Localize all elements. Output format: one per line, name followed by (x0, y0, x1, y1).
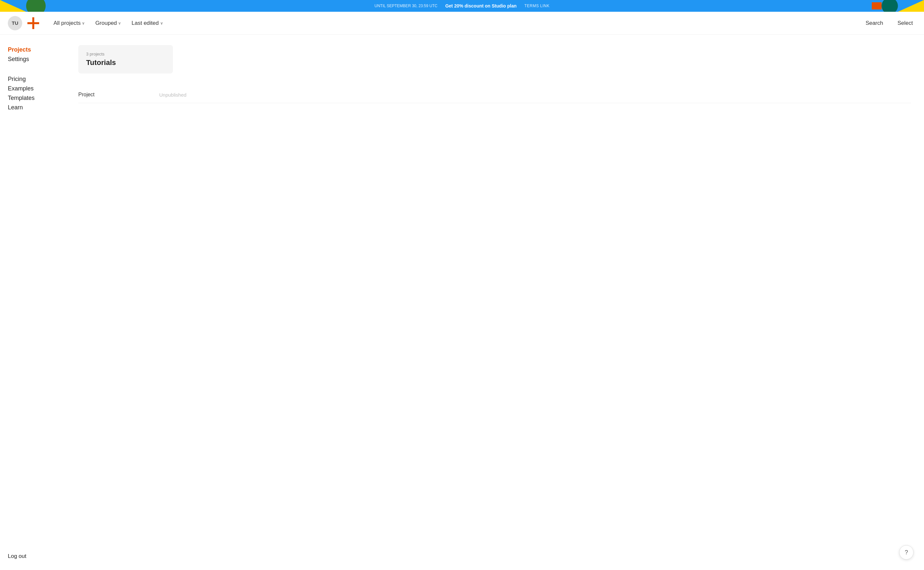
sidebar-item-learn[interactable]: Learn (8, 103, 57, 112)
main-content: 3 projects Tutorials Project Unpublished (65, 35, 924, 570)
banner-content: UNTIL SEPTEMBER 30, 23:59 UTC Get 20% di… (374, 3, 550, 9)
body-layout: Projects Settings Pricing Examples Templ… (0, 35, 924, 570)
sidebar-item-pricing[interactable]: Pricing (8, 74, 57, 84)
sidebar-item-examples[interactable]: Examples (8, 84, 57, 93)
grouped-label: Grouped (95, 20, 117, 26)
tutorials-group-card[interactable]: 3 projects Tutorials (78, 45, 173, 74)
search-button[interactable]: Search (862, 18, 886, 28)
sidebar-top: Projects Settings Pricing Examples Templ… (8, 45, 57, 112)
banner-right-decoration (872, 0, 924, 12)
sidebar: Projects Settings Pricing Examples Templ… (0, 35, 65, 570)
nav-right-actions: Search Select (862, 18, 916, 28)
teal-circle (881, 0, 898, 12)
project-name: Project (78, 92, 144, 98)
select-button[interactable]: Select (894, 18, 916, 28)
sidebar-bottom: Log out (8, 553, 57, 559)
banner-offer-text: Get 20% discount on Studio plan (445, 3, 517, 9)
sidebar-item-projects[interactable]: Projects (8, 45, 57, 55)
sidebar-item-templates[interactable]: Templates (8, 93, 57, 103)
all-projects-chevron: ∨ (82, 21, 85, 26)
add-project-button[interactable] (27, 17, 39, 29)
banner-until-text: UNTIL SEPTEMBER 30, 23:59 UTC (374, 4, 438, 8)
all-projects-filter[interactable]: All projects ∨ (50, 18, 89, 28)
select-label: Select (898, 20, 913, 26)
table-row[interactable]: Project Unpublished (78, 86, 911, 103)
banner-left-decoration (0, 0, 52, 12)
last-edited-filter[interactable]: Last edited ∨ (128, 18, 167, 28)
logout-button[interactable]: Log out (8, 553, 26, 559)
project-status: Unpublished (159, 92, 186, 98)
green-circle (26, 0, 46, 12)
sidebar-item-settings[interactable]: Settings (8, 55, 57, 64)
search-label: Search (866, 20, 883, 26)
sidebar-secondary-nav: Pricing Examples Templates Learn (8, 74, 57, 112)
grouped-chevron: ∨ (118, 21, 121, 26)
group-title: Tutorials (86, 58, 165, 67)
avatar[interactable]: TU (8, 16, 22, 31)
all-projects-label: All projects (53, 20, 81, 26)
help-icon: ? (905, 549, 908, 556)
grouped-filter[interactable]: Grouped ∨ (92, 18, 125, 28)
yellow-triangle-left (0, 0, 26, 12)
projects-area: Project Unpublished (78, 86, 911, 103)
promo-banner: UNTIL SEPTEMBER 30, 23:59 UTC Get 20% di… (0, 0, 924, 12)
top-navigation: TU All projects ∨ Grouped ∨ Last edited … (0, 12, 924, 35)
plus-icon (27, 17, 39, 29)
last-edited-label: Last edited (131, 20, 159, 26)
banner-terms-link[interactable]: TERMS LINK (524, 4, 550, 8)
yellow-triangle-right (898, 0, 924, 12)
help-button[interactable]: ? (899, 545, 913, 559)
sidebar-main-nav: Projects Settings (8, 45, 57, 64)
last-edited-chevron: ∨ (160, 21, 163, 26)
group-project-count: 3 projects (86, 52, 165, 57)
orange-rect (872, 2, 881, 9)
nav-filters: All projects ∨ Grouped ∨ Last edited ∨ (50, 18, 862, 28)
